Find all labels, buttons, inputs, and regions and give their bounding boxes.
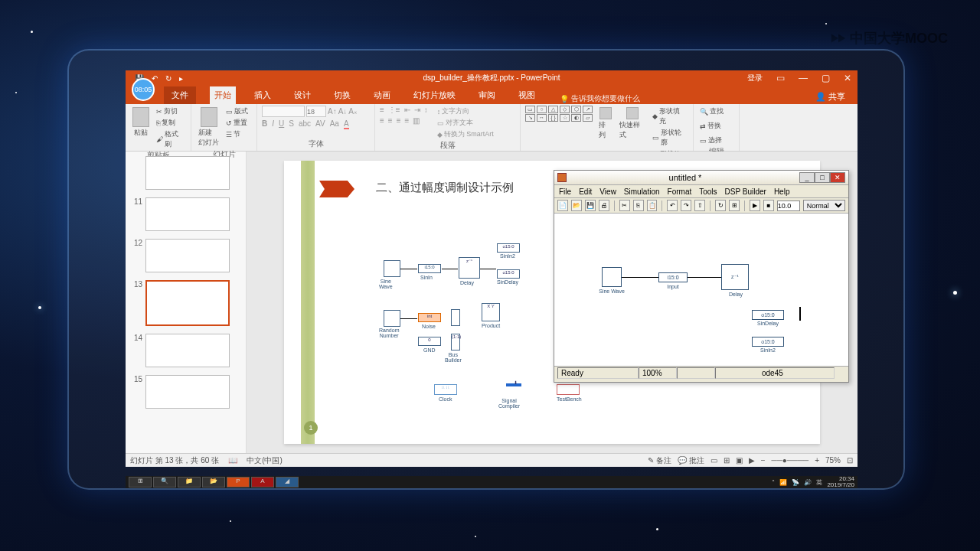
thumb[interactable] <box>145 156 230 190</box>
slide-thumbnails[interactable]: 11 12 13 14 15 <box>126 152 247 453</box>
minimize-icon[interactable]: _ <box>799 172 815 183</box>
tray-up-icon[interactable]: ˄ <box>772 479 775 486</box>
spacing-button[interactable]: AV <box>315 119 325 129</box>
grow-font-icon[interactable]: A↑ <box>328 107 337 116</box>
shrink-font-icon[interactable]: A↓ <box>338 107 348 116</box>
paste-icon[interactable]: 📋 <box>647 200 658 211</box>
tell-me[interactable]: 💡告诉我你想要做什么 <box>560 93 640 104</box>
taskbar-powerpoint[interactable]: P <box>227 477 250 487</box>
refresh-icon[interactable]: ↻ <box>715 200 726 211</box>
numbering-icon[interactable]: ⋮≡ <box>388 106 400 114</box>
shapes-gallery[interactable]: ▭○△◇⬡↗ ↘↔{ }☆◐▱ <box>525 106 593 122</box>
tray-ime[interactable]: 英 <box>816 478 822 487</box>
new-slide-button[interactable]: 新建 幻灯片 <box>196 106 221 149</box>
section-button[interactable]: ☰ 节 <box>224 129 250 140</box>
smartart-button[interactable]: ◆ 转换为 SmartArt <box>436 129 495 140</box>
taskbar-search[interactable]: 🔍 <box>153 477 176 487</box>
open-icon[interactable]: 📂 <box>571 200 582 211</box>
thumb[interactable] <box>145 239 230 272</box>
tray-volume-icon[interactable]: 🔊 <box>804 479 812 486</box>
indent-inc-icon[interactable]: ⇥ <box>414 106 420 114</box>
stop-time-input[interactable] <box>777 201 800 211</box>
spellcheck-icon[interactable]: 📖 <box>228 456 237 465</box>
shape-outline-button[interactable]: ▭ 形状轮廓 <box>651 127 688 148</box>
menu-tools[interactable]: Tools <box>699 187 717 196</box>
tab-transition[interactable]: 切换 <box>329 86 355 104</box>
share-button[interactable]: 👤共享 <box>811 90 850 104</box>
zoom-in-icon[interactable]: + <box>815 456 819 465</box>
view-reading-icon[interactable]: ▣ <box>736 456 743 465</box>
select-button[interactable]: ▭ 选择 <box>698 135 724 146</box>
bullets-icon[interactable]: ≡ <box>380 106 384 114</box>
zoom-out-icon[interactable]: − <box>761 456 766 465</box>
align-center-icon[interactable]: ≡ <box>388 116 393 125</box>
shadow-button[interactable]: abc <box>299 119 311 129</box>
menu-file[interactable]: File <box>559 187 571 196</box>
start-icon[interactable]: ▸ <box>179 74 183 83</box>
copy-button[interactable]: ⎘ 复制 <box>155 117 186 129</box>
taskbar-folder[interactable]: 📂 <box>202 477 225 487</box>
linespace-icon[interactable]: ↕ <box>424 106 428 114</box>
tab-animation[interactable]: 动画 <box>369 86 395 104</box>
copy-icon[interactable]: ⎘ <box>633 200 644 211</box>
menu-edit[interactable]: Edit <box>579 187 592 196</box>
ribbon-options-icon[interactable]: ▭ <box>776 73 785 83</box>
shape-fill-button[interactable]: ◆ 形状填充 <box>651 106 688 127</box>
quickstyle-button[interactable]: 快速样式 <box>617 106 648 142</box>
view-sorter-icon[interactable]: ⊞ <box>724 456 730 465</box>
save-icon[interactable]: 💾 <box>585 200 596 211</box>
clear-format-icon[interactable]: Aₓ <box>348 107 357 116</box>
font-family[interactable] <box>262 106 305 117</box>
reset-button[interactable]: ↺ 重置 <box>224 117 250 129</box>
replace-button[interactable]: ⇄ 替换 <box>698 120 723 132</box>
underline-button[interactable]: U <box>279 119 284 129</box>
redo-icon[interactable]: ↷ <box>681 200 691 211</box>
start-button[interactable]: ⊞ <box>129 477 152 487</box>
thumb[interactable] <box>145 375 230 409</box>
menu-view[interactable]: View <box>599 187 616 196</box>
menu-help[interactable]: Help <box>774 187 790 196</box>
font-size[interactable] <box>306 106 326 117</box>
zoom-slider[interactable]: ──●──── <box>772 456 809 465</box>
view-normal-icon[interactable]: ▭ <box>710 456 717 465</box>
close-icon[interactable]: ✕ <box>844 73 851 83</box>
painter-button[interactable]: 🖌 格式刷 <box>155 129 186 150</box>
paste-button[interactable]: 粘贴 <box>130 106 152 139</box>
text-dir-button[interactable]: ↕ 文字方向 <box>436 106 495 117</box>
language[interactable]: 中文(中国) <box>247 455 283 466</box>
undo-icon[interactable]: ↶ <box>667 200 678 211</box>
print-icon[interactable]: 🖨 <box>599 200 609 211</box>
zoom-value[interactable]: 75% <box>825 456 841 465</box>
fit-icon[interactable]: ⊡ <box>847 456 853 465</box>
login-link[interactable]: 登录 <box>747 73 763 83</box>
redo-icon[interactable]: ↻ <box>165 74 172 83</box>
build-icon[interactable]: ⊞ <box>729 200 740 211</box>
menu-dspbuilder[interactable]: DSP Builder <box>725 187 766 196</box>
sim-canvas[interactable]: Sine Wave i15:0 Input z⁻¹ Delay o15:0 Si… <box>554 214 848 367</box>
italic-button[interactable]: I <box>272 119 274 129</box>
tab-file[interactable]: 文件 <box>164 86 196 104</box>
tab-review[interactable]: 审阅 <box>474 86 500 104</box>
taskbar-explorer[interactable]: 📁 <box>178 477 201 487</box>
minimize-icon[interactable]: — <box>799 73 808 83</box>
bold-button[interactable]: B <box>262 119 267 129</box>
align-right-icon[interactable]: ≡ <box>397 116 401 125</box>
indent-dec-icon[interactable]: ⇤ <box>404 106 410 114</box>
strike-button[interactable]: S <box>289 119 294 129</box>
notes-button[interactable]: ✎ 备注 <box>648 455 671 466</box>
thumb[interactable] <box>145 334 230 367</box>
tab-slideshow[interactable]: 幻灯片放映 <box>409 86 460 104</box>
menu-format[interactable]: Format <box>668 187 692 196</box>
thumb-selected[interactable] <box>145 280 230 326</box>
align-text-button[interactable]: ▭ 对齐文本 <box>436 117 495 129</box>
tray-date[interactable]: 2019/7/20 <box>827 481 854 488</box>
cut-icon[interactable]: ✂ <box>619 200 630 211</box>
undo-icon[interactable]: ↶ <box>152 74 158 83</box>
columns-icon[interactable]: ▥ <box>413 116 420 125</box>
stop-icon[interactable]: ■ <box>763 200 774 211</box>
arrange-button[interactable]: 排列 <box>596 106 614 142</box>
tray-network-icon[interactable]: 📶 <box>779 479 787 486</box>
font-color-button[interactable]: A <box>344 119 349 129</box>
menu-simulation[interactable]: Simulation <box>624 187 660 196</box>
thumb[interactable] <box>145 197 230 231</box>
